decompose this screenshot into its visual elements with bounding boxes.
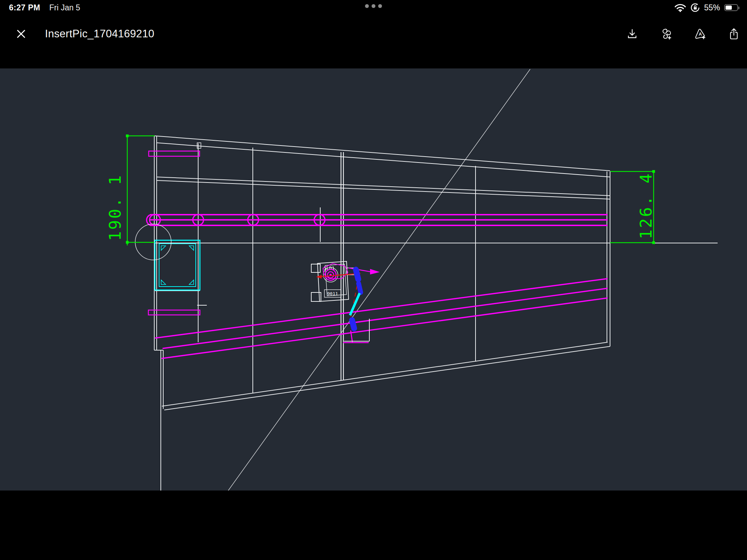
status-left: 6:27 PM Fri Jan 5 [9,3,80,12]
section-line [228,69,530,491]
close-icon [15,28,27,40]
wing-skins [155,136,610,410]
annotate-add-icon: A [694,26,706,42]
multitasking-dots-icon[interactable] [365,4,382,8]
dim-value-right: 126. 4 [636,172,655,239]
dim-value-left: 190. 1 [105,174,124,241]
ribs [154,136,610,491]
file-title: InsertPic_1704169210 [45,28,624,40]
dimension-right: 126. 4 [610,170,655,244]
servo-assembly: 5LD1 9011 [311,261,380,343]
battery-fill [726,6,732,10]
orientation-lock-icon [690,3,700,12]
cad-drawing: 5LD1 9011 190. 1 [0,68,747,491]
download-button[interactable] [624,26,640,42]
status-time: 6:27 PM [9,3,40,12]
centerline [154,243,718,291]
dimension-left: 190. 1 [105,134,155,245]
share-icon [728,26,740,42]
annotate-add-button[interactable]: A [692,26,708,42]
battery-nub [738,7,739,9]
spar-tube-box [155,240,200,290]
status-date: Fri Jan 5 [49,3,80,12]
pinwheel-add-button[interactable] [658,26,674,42]
battery-icon [724,4,738,11]
ipad-image-viewer: { "status_bar": { "time": "6:27 PM", "da… [0,0,747,560]
viewer-toolbar: InsertPic_1704169210 A [0,18,747,50]
svg-text:A: A [699,31,702,37]
servo-label-bottom: 9011 [327,291,338,296]
close-button[interactable] [13,26,29,42]
toolbar-actions: A [624,26,742,42]
aft-spars [155,279,608,358]
pinwheel-add-icon [660,26,672,42]
image-canvas[interactable]: 5LD1 9011 190. 1 [0,68,747,491]
status-bar: 6:27 PM Fri Jan 5 55% [0,0,747,15]
wifi-icon [674,3,686,12]
share-button[interactable] [726,26,742,42]
battery-percent: 55% [704,3,720,12]
main-spar [147,215,608,226]
status-right: 55% [674,3,738,12]
download-icon [626,26,638,42]
